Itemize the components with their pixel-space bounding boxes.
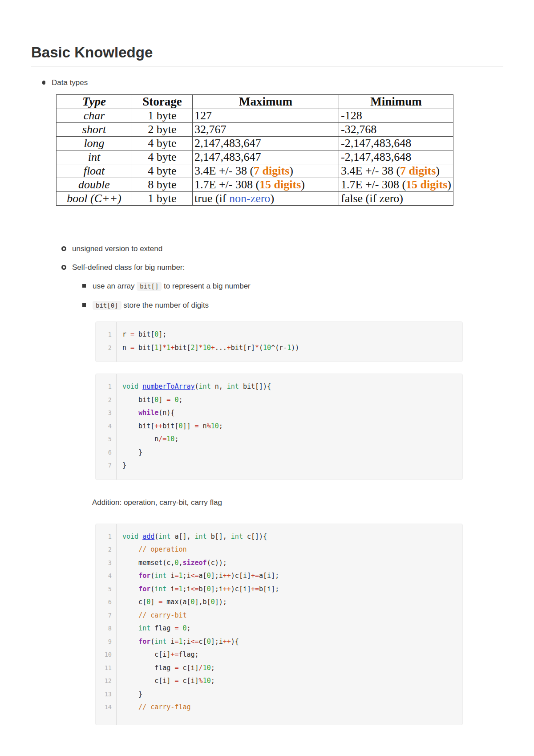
code-token [122,409,138,417]
list-item-label: use an array bit[] to represent a big nu… [93,281,251,291]
code-line: // carry-flag [122,701,459,714]
code-line: c[i] = c[i]%10; [122,675,459,688]
cell-minimum: 3.4E +/- 38 (7 digits) [339,164,453,178]
list-item-bit0: bit[0] store the number of digits [82,301,503,310]
list-item-data-types: Data types [42,78,503,87]
line-number: 2 [96,341,112,355]
code-token: <= [191,585,199,593]
cell-type: int [57,150,132,164]
text-segment: non-zero [229,192,270,205]
code-token: // carry-bit [138,611,186,619]
text-segment: ) [436,164,440,177]
text-segment: to represent a big number [162,282,250,290]
cell-type: double [57,178,132,192]
column-header-minimum: Minimum [339,95,453,109]
cell-minimum: -2,147,483,648 [339,150,453,164]
code-token: c[i] [178,664,198,672]
code-lines: r = bit[0];n = bit[1]*1+bit[2]*10+...+bi… [117,322,462,362]
code-token: add [142,532,154,541]
code-token: a[i]; [259,572,279,580]
code-token: ]); [215,598,227,606]
code-token: 10 [263,344,271,352]
cell-maximum: 127 [193,109,339,123]
code-token: memset(c, [122,559,174,567]
code-token: for [138,638,150,646]
code-line: } [122,446,459,459]
code-token: )c[i] [231,572,251,580]
table-header: Type Storage Maximum Minimum [57,95,453,109]
cell-storage: 4 byte [132,164,193,178]
code-token: ; [211,677,215,685]
code-line: for(int i=1;i<=a[0];i++)c[i]+=a[i]; [122,569,459,583]
code-token: )) [291,344,299,352]
code-token: / [199,664,203,672]
line-number: 2 [96,543,112,557]
code-token: int [227,382,239,390]
line-number: 1 [96,328,112,341]
cell-maximum: 1.7E +/- 308 (15 digits) [193,178,339,192]
code-token: ; [178,396,182,404]
table-body: char1 byte127-128short2 byte32,767-32,76… [57,109,453,206]
cell-minimum: false (if zero) [339,192,453,206]
text-segment: 7 digits [254,164,289,177]
line-number: 11 [96,662,112,675]
table-row: short2 byte32,767-32,768 [57,123,453,137]
line-number: 7 [96,609,112,622]
code-token: bit[]){ [239,382,271,390]
code-token: ( [154,532,158,541]
text-segment: false (if zero) [341,192,403,205]
code-token: ++ [223,638,231,646]
code-token: ( [150,638,154,646]
code-token: ; [187,624,191,632]
line-number: 6 [96,596,112,609]
code-line: for(int i=1;i<=b[0];i++)c[i]+=b[i]; [122,583,459,596]
code-token: void [122,532,138,541]
code-token: ^(r- [271,344,287,352]
code-token: 0 [207,572,211,580]
document-page: Basic Knowledge Data types Type Storage … [0,0,534,756]
list-item-self-defined: Self-defined class for big number: [61,263,503,272]
page-title: Basic Knowledge [31,44,503,67]
document-content: Basic Knowledge Data types Type Storage … [0,0,534,725]
code-token: 0 [207,638,211,646]
code-lines: void numberToArray(int n, int bit[]){ bi… [117,374,462,480]
code-token: ; [219,422,223,430]
code-token: 0 [182,624,186,632]
text-segment: 1.7E +/- 308 ( [194,178,259,191]
text-segment: 127 [194,109,212,122]
text-segment: 15 digits [259,178,301,191]
table-row: int4 byte2,147,483,647-2,147,483,648 [57,150,453,164]
code-token: for [138,585,150,593]
addition-paragraph: Addition: operation, carry-bit, carry fl… [92,498,503,507]
line-number-gutter: 1234567891011121314 [96,524,117,725]
cell-maximum: 32,767 [193,123,339,137]
cell-type: float [57,164,132,178]
code-token: int [138,624,150,632]
code-token: c[i] [122,650,170,658]
code-token: bit[ [122,396,154,404]
list-item-label: Self-defined class for big number: [72,263,185,272]
line-number: 7 [96,459,112,472]
code-token: 10 [166,435,174,443]
code-token: = [130,344,134,352]
table-row: long4 byte2,147,483,647-2,147,483,648 [57,137,453,150]
code-line: } [122,459,459,472]
code-line: while(n){ [122,406,459,420]
code-token: void [122,382,138,390]
code-token: ];i [211,585,223,593]
code-line: c[0] = max(a[0],b[0]); [122,596,459,609]
code-token: bit[r] [231,344,255,352]
sub-list: unsigned version to extend Self-defined … [31,244,503,310]
code-token: 10 [203,344,211,352]
text-segment: 7 digits [400,164,436,177]
code-token [122,611,138,619]
code-token: 10 [211,422,219,430]
line-number: 3 [96,557,112,570]
code-token: a[ [199,572,207,580]
code-token: += [170,650,178,658]
code-token: 10 [203,664,211,672]
text-segment: store the number of digits [121,301,209,309]
cell-storage: 1 byte [132,192,193,206]
cell-type: char [57,109,132,123]
cell-maximum: 3.4E +/- 38 (7 digits) [193,164,339,178]
